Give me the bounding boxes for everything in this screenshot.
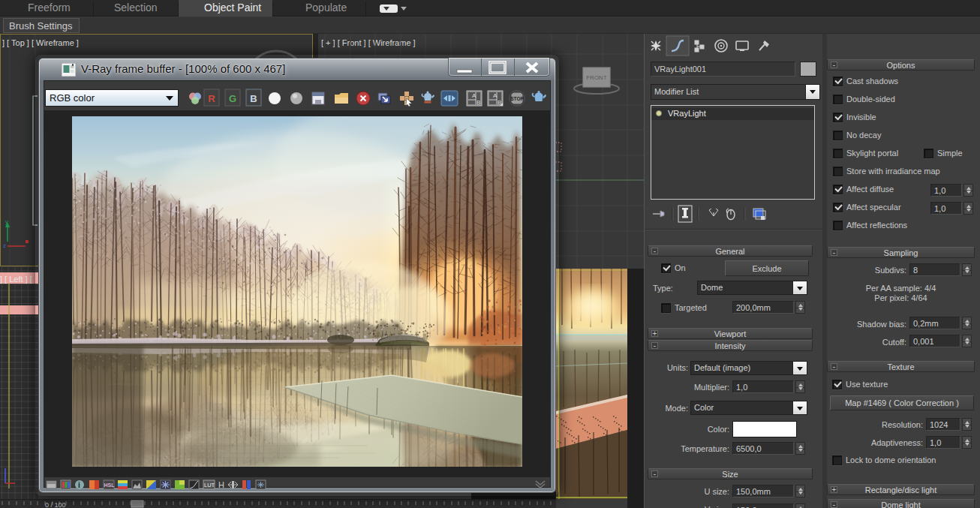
svg-text:LUT: LUT xyxy=(204,482,215,488)
svg-text:FRONT: FRONT xyxy=(586,74,607,81)
svg-text:HSL: HSL xyxy=(104,482,116,488)
svg-text:R: R xyxy=(208,93,215,104)
svg-text:z: z xyxy=(3,242,6,249)
svg-text:G: G xyxy=(229,93,236,104)
svg-text:STOP: STOP xyxy=(510,96,524,101)
svg-text:y: y xyxy=(5,218,8,225)
svg-text:B: B xyxy=(250,93,257,104)
svg-text:i: i xyxy=(78,481,80,489)
svg-text:B: B xyxy=(476,99,480,106)
svg-text:0 / 100: 0 / 100 xyxy=(45,501,66,508)
svg-text:H: H xyxy=(218,480,224,489)
